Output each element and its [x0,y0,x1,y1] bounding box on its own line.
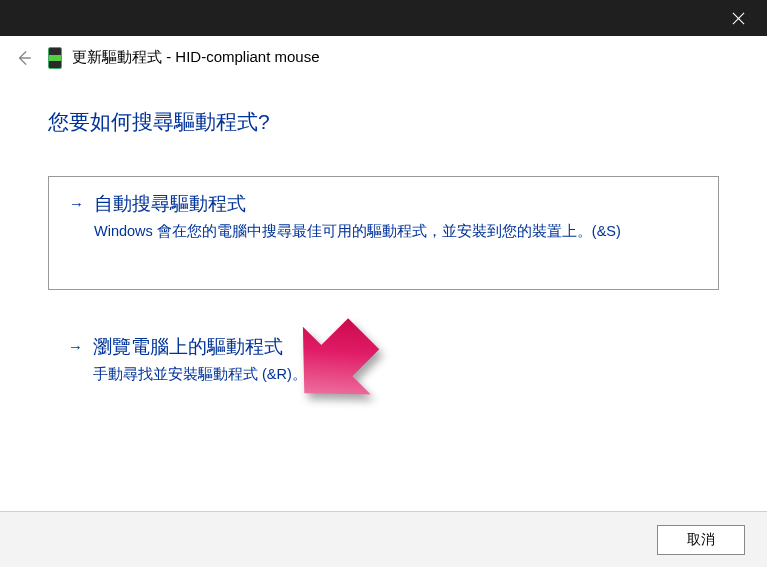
option-browse-computer[interactable]: → 瀏覽電腦上的驅動程式 手動尋找並安裝驅動程式 (&R)。 [48,320,719,401]
subheader: 更新驅動程式 - HID-compliant mouse [0,36,767,80]
footer: 取消 [0,511,767,567]
cancel-button[interactable]: 取消 [657,525,745,555]
option-desc: Windows 會在您的電腦中搜尋最佳可用的驅動程式，並安裝到您的裝置上。(&S… [94,221,698,242]
device-icon [48,47,62,69]
arrow-icon: → [69,195,84,212]
option-desc: 手動尋找並安裝驅動程式 (&R)。 [93,364,699,385]
content-area: 您要如何搜尋驅動程式? → 自動搜尋驅動程式 Windows 會在您的電腦中搜尋… [0,80,767,511]
back-button[interactable] [14,48,34,68]
titlebar [0,0,767,36]
close-icon [732,12,745,25]
close-button[interactable] [715,2,761,34]
option-title: 瀏覽電腦上的驅動程式 [93,334,699,360]
arrow-icon: → [68,338,83,355]
option-auto-search[interactable]: → 自動搜尋驅動程式 Windows 會在您的電腦中搜尋最佳可用的驅動程式，並安… [48,176,719,290]
option-title: 自動搜尋驅動程式 [94,191,698,217]
back-arrow-icon [15,49,33,67]
page-heading: 您要如何搜尋驅動程式? [48,108,719,136]
subheader-title: 更新驅動程式 - HID-compliant mouse [72,48,320,67]
